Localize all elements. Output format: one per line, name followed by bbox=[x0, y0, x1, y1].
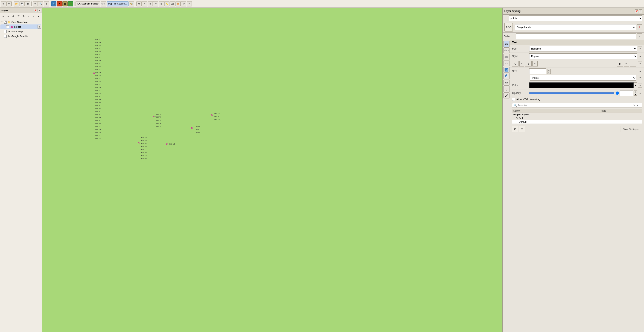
value-expression-input[interactable]: array_to_string(array_prepend(overlay_in… bbox=[516, 34, 636, 39]
size-unit-override[interactable]: ≡ bbox=[638, 76, 642, 80]
styles-item-default-sub[interactable]: Default bbox=[512, 120, 642, 124]
maptiler-btn[interactable]: MapTiler Geocodi... bbox=[107, 1, 128, 6]
toolbar-btn-plugin3[interactable]: ▦ bbox=[62, 1, 68, 6]
search-dropdown-btn[interactable]: ▼ bbox=[636, 104, 638, 106]
layer-osm-check[interactable] bbox=[4, 20, 7, 24]
map-point-6[interactable] bbox=[166, 143, 168, 145]
opacity-up[interactable]: ▲ bbox=[634, 90, 637, 93]
style-override[interactable]: ≡ bbox=[638, 54, 642, 58]
side-icon-text[interactable]: abc bbox=[504, 41, 510, 47]
toolbar-btn-zoom[interactable]: 🔍 bbox=[38, 1, 43, 6]
toolbar-extra1[interactable]: ⚙ bbox=[181, 1, 186, 6]
layer-worldmap-check[interactable] bbox=[4, 30, 7, 33]
toolbar-btn-undo[interactable]: ⟲ bbox=[1, 1, 6, 6]
strikethrough-btn[interactable]: S bbox=[525, 61, 532, 66]
opacity-input[interactable]: 100.0 % bbox=[620, 90, 633, 96]
layer-toggle-btn[interactable]: 👁 bbox=[11, 14, 16, 19]
gpx-btn[interactable]: GPX bbox=[100, 1, 106, 6]
value-expression-btn[interactable]: ε bbox=[637, 34, 642, 39]
toolbar-merge[interactable]: ⊞ bbox=[159, 1, 164, 6]
size-unit-select[interactable]: Points bbox=[530, 75, 636, 81]
igc-segment-btn[interactable]: IGC Segment Importer bbox=[76, 1, 100, 6]
toolbar-digitize[interactable]: ⊕ bbox=[136, 1, 142, 6]
search-clear-btn[interactable]: ✕ bbox=[633, 104, 636, 107]
toolbar-btn-plugin2[interactable]: ★ bbox=[57, 1, 62, 6]
map-point-5[interactable] bbox=[138, 142, 140, 144]
italic-btn[interactable]: I bbox=[630, 61, 636, 66]
layer-up-btn[interactable]: ↑ bbox=[26, 14, 31, 19]
opacity-override[interactable]: ≡ bbox=[638, 91, 642, 95]
layer-item-worldmap[interactable]: 🗺 World Map bbox=[0, 29, 42, 34]
side-icon-shadow[interactable] bbox=[504, 67, 510, 73]
color-dropdown[interactable]: ▼ bbox=[634, 82, 637, 88]
layer-filter-btn[interactable]: ▽ bbox=[16, 14, 21, 19]
layers-panel-pin[interactable]: 📌 bbox=[34, 9, 37, 12]
search-add-btn[interactable]: + bbox=[639, 104, 641, 107]
side-icon-format[interactable]: abc0 bbox=[504, 48, 510, 54]
underline-style-btn[interactable]: ≡· bbox=[519, 61, 524, 66]
layer-item-points[interactable]: ⬤ points ⊡ bbox=[0, 24, 42, 29]
layer-osm-expand[interactable]: ▼ bbox=[1, 21, 3, 23]
strikethrough-style-btn[interactable]: ≡· bbox=[532, 61, 538, 66]
bold-btn[interactable]: B bbox=[617, 61, 623, 66]
map-point-1[interactable] bbox=[93, 72, 95, 74]
layer-points-zoom[interactable]: ⊡ bbox=[38, 25, 41, 28]
size-down[interactable]: ▼ bbox=[547, 71, 551, 74]
layer-item-googlesatellite[interactable]: 🛰 Google Satellite bbox=[0, 34, 42, 38]
layer-item-osm[interactable]: ▼ 📁 OpenStreetMap bbox=[0, 20, 42, 24]
format-override[interactable]: ≡ bbox=[638, 62, 642, 66]
styles-item-default-group[interactable]: Default bbox=[512, 116, 642, 120]
toolbar-num[interactable]: 123 bbox=[170, 1, 175, 6]
bee-btn[interactable]: 🐝 bbox=[129, 1, 134, 6]
bottom-grid-btn[interactable]: ⊞ bbox=[512, 126, 518, 132]
opacity-down[interactable]: ▼ bbox=[634, 93, 637, 96]
toolbar-split[interactable]: ✂ bbox=[153, 1, 158, 6]
side-icon-mask[interactable]: abc bbox=[504, 60, 510, 66]
label-mode-select[interactable]: Single Labels bbox=[515, 24, 636, 30]
layer-sort-btn[interactable]: ⇅ bbox=[21, 14, 26, 19]
bottom-list-btn[interactable]: ☰ bbox=[519, 126, 525, 132]
toolbar-btn-pan[interactable]: ✥ bbox=[32, 1, 38, 6]
save-settings-btn[interactable]: Save Settings... bbox=[620, 126, 642, 132]
opacity-slider[interactable] bbox=[529, 92, 619, 94]
layer-down-btn[interactable]: ↓ bbox=[31, 14, 36, 19]
layer-selector-select[interactable]: points bbox=[509, 16, 642, 21]
side-icon-paint[interactable]: 🖌 bbox=[504, 92, 510, 98]
side-icon-circle[interactable] bbox=[504, 73, 510, 79]
toolbar-select[interactable]: ↖ bbox=[142, 1, 147, 6]
toolbar-btn-plugin1[interactable]: 🔍 bbox=[51, 1, 56, 6]
layer-add-btn[interactable]: + bbox=[1, 14, 6, 19]
style-select[interactable]: Regular bbox=[529, 54, 637, 59]
color-override[interactable]: ≡ bbox=[638, 83, 642, 88]
toolbar-btn-redo[interactable]: ⟳ bbox=[6, 1, 12, 6]
layer-more-btn[interactable]: » bbox=[36, 14, 41, 19]
size-up[interactable]: ▲ bbox=[547, 69, 551, 71]
toolbar-node[interactable]: ◈ bbox=[148, 1, 153, 6]
layers-panel-close[interactable]: ✕ bbox=[38, 9, 41, 12]
map-canvas[interactable]: text 35text 21text 22text 23text 24text … bbox=[42, 8, 502, 332]
layer-points-check[interactable] bbox=[6, 25, 9, 28]
map-point-2[interactable] bbox=[154, 116, 155, 117]
layer-remove-btn[interactable]: − bbox=[6, 14, 11, 19]
layer-google-check[interactable] bbox=[4, 35, 7, 38]
favorites-search-input[interactable] bbox=[518, 104, 632, 106]
add-layer-color-btn[interactable]: + bbox=[637, 24, 642, 30]
side-icon-buffer[interactable]: abc bbox=[504, 54, 510, 60]
side-icon-callout[interactable] bbox=[504, 86, 510, 92]
allow-html-check[interactable] bbox=[512, 98, 515, 101]
font-select[interactable]: Helvetica bbox=[529, 46, 637, 52]
toolbar-btn-identify[interactable]: ℹ bbox=[44, 1, 49, 6]
underline-btn[interactable]: U bbox=[512, 61, 518, 66]
toolbar-btn-save2[interactable]: 🖫 bbox=[25, 1, 30, 6]
bold-style-btn[interactable]: ≡· bbox=[624, 61, 629, 66]
toolbar-btn-open[interactable]: 📂 bbox=[14, 1, 19, 6]
toolbar-measure[interactable]: 📏 bbox=[164, 1, 170, 6]
color-picker[interactable] bbox=[529, 82, 634, 88]
toolbar-extra2[interactable]: ≡ bbox=[187, 1, 192, 6]
styling-panel-pin[interactable]: 📌 bbox=[635, 10, 638, 13]
toolbar-btn-plugin4[interactable]: 🌿 bbox=[68, 1, 73, 6]
toolbar-style[interactable]: 🎨 bbox=[176, 1, 181, 6]
styling-panel-close[interactable]: ✕ bbox=[639, 10, 642, 13]
toolbar-btn-save[interactable]: 💾 bbox=[20, 1, 25, 6]
side-icon-background[interactable]: abc bbox=[504, 80, 510, 86]
